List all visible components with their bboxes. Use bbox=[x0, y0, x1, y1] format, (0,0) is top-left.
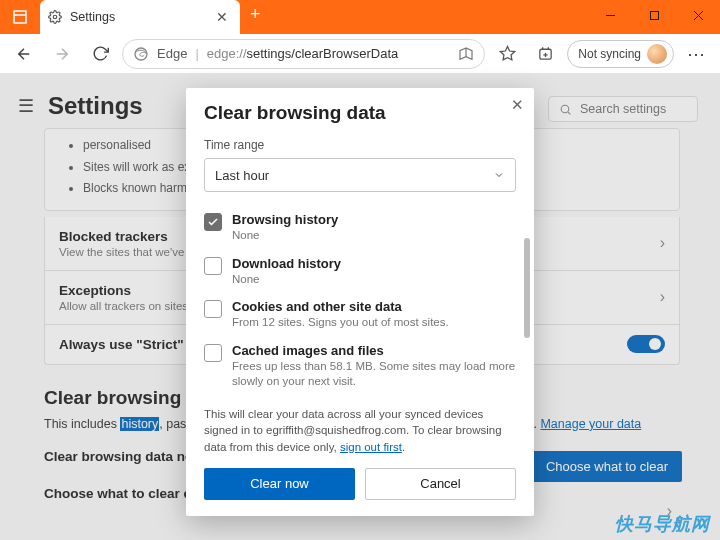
data-type-row: Cached images and filesFrees up less tha… bbox=[204, 337, 516, 396]
profile-label: Not syncing bbox=[578, 47, 641, 61]
window-maximize[interactable] bbox=[632, 0, 676, 30]
checkbox[interactable] bbox=[204, 257, 222, 275]
svg-rect-0 bbox=[14, 11, 26, 23]
checkbox[interactable] bbox=[204, 213, 222, 231]
data-type-desc: From 12 sites. Signs you out of most sit… bbox=[232, 315, 449, 331]
window-minimize[interactable] bbox=[588, 0, 632, 30]
tab-title: Settings bbox=[70, 10, 204, 24]
data-type-row: Download historyNone bbox=[204, 250, 516, 294]
sync-note: This will clear your data across all you… bbox=[204, 406, 516, 456]
time-range-label: Time range bbox=[204, 138, 516, 152]
dialog-close-icon[interactable]: ✕ bbox=[511, 96, 524, 114]
tab-close-icon[interactable]: ✕ bbox=[212, 7, 232, 27]
avatar bbox=[647, 44, 667, 64]
refresh-button[interactable] bbox=[84, 38, 116, 70]
data-type-title: Cached images and files bbox=[232, 343, 516, 358]
checkbox[interactable] bbox=[204, 300, 222, 318]
sign-out-link[interactable]: sign out first bbox=[340, 441, 402, 453]
checkbox[interactable] bbox=[204, 344, 222, 362]
app-icon bbox=[0, 0, 40, 34]
data-type-row: Browsing historyNone bbox=[204, 206, 516, 250]
address-bar[interactable]: Edge | edge://settings/clearBrowserData bbox=[122, 39, 485, 69]
gear-icon bbox=[48, 10, 62, 24]
data-type-title: Browsing history bbox=[232, 212, 338, 227]
browser-toolbar: Edge | edge://settings/clearBrowserData … bbox=[0, 34, 720, 74]
clear-browsing-data-dialog: ✕ Clear browsing data Time range Last ho… bbox=[186, 88, 534, 516]
browser-tab[interactable]: Settings ✕ bbox=[40, 0, 240, 34]
addr-brand: Edge bbox=[157, 46, 187, 61]
collections-icon[interactable] bbox=[529, 38, 561, 70]
window-close[interactable] bbox=[676, 0, 720, 30]
addr-path: settings/clearBrowserData bbox=[247, 46, 399, 61]
data-type-row: Cookies and other site dataFrom 12 sites… bbox=[204, 293, 516, 337]
data-type-desc: Frees up less than 58.1 MB. Some sites m… bbox=[232, 359, 516, 390]
new-tab-button[interactable]: + bbox=[240, 0, 271, 29]
data-type-title: Cookies and other site data bbox=[232, 299, 449, 314]
more-menu-icon[interactable]: ⋯ bbox=[680, 38, 712, 70]
time-range-select[interactable]: Last hour bbox=[204, 158, 516, 192]
dialog-title: Clear browsing data bbox=[204, 102, 516, 124]
data-type-desc: None bbox=[232, 272, 341, 288]
edge-logo-icon bbox=[133, 46, 149, 62]
cancel-button[interactable]: Cancel bbox=[365, 468, 516, 500]
chevron-down-icon bbox=[493, 169, 505, 181]
favorites-icon[interactable] bbox=[491, 38, 523, 70]
svg-marker-9 bbox=[500, 46, 514, 59]
back-button[interactable] bbox=[8, 38, 40, 70]
addr-proto: edge:// bbox=[207, 46, 247, 61]
forward-button[interactable] bbox=[46, 38, 78, 70]
window-titlebar: Settings ✕ + bbox=[0, 0, 720, 34]
dialog-scrollbar[interactable] bbox=[524, 238, 530, 338]
profile-pill[interactable]: Not syncing bbox=[567, 40, 674, 68]
svg-point-2 bbox=[53, 15, 57, 19]
data-type-desc: None bbox=[232, 228, 338, 244]
svg-rect-4 bbox=[650, 11, 658, 19]
reading-mode-icon[interactable] bbox=[458, 46, 474, 62]
clear-now-button[interactable]: Clear now bbox=[204, 468, 355, 500]
data-type-title: Download history bbox=[232, 256, 341, 271]
